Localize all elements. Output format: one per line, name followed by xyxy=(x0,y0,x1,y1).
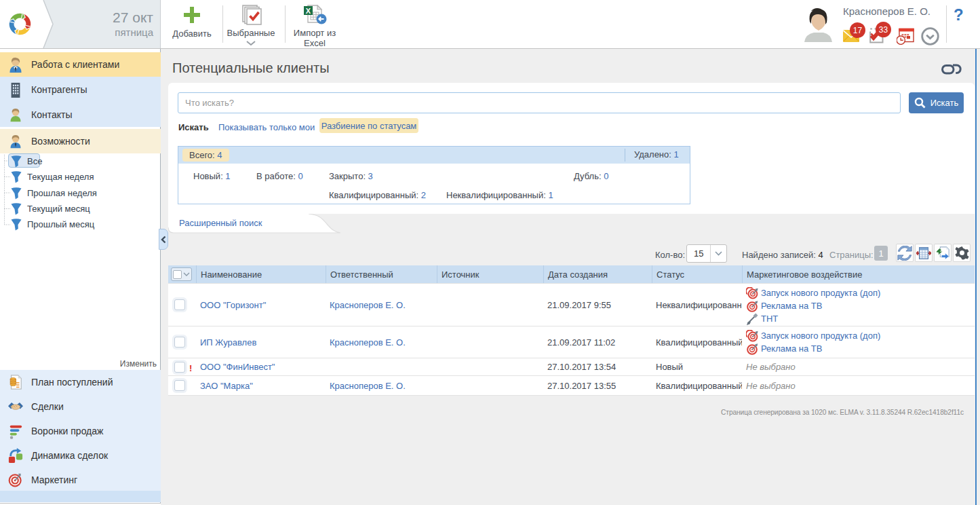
svg-text:X: X xyxy=(306,7,311,15)
